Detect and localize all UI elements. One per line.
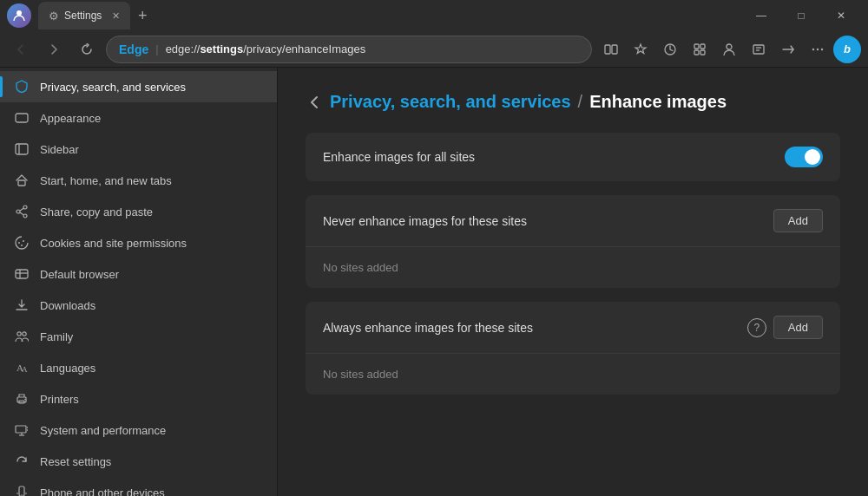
more-button[interactable] xyxy=(804,36,832,63)
sidebar-item-start-home[interactable]: Start, home, and new tabs xyxy=(0,165,277,196)
sidebar-item-printers-label: Printers xyxy=(40,393,79,406)
url-suffix: /privacy/enhanceImages xyxy=(243,42,365,55)
always-enhance-add-button[interactable]: Add xyxy=(773,316,823,339)
window-controls: — □ ✕ xyxy=(741,0,861,31)
svg-text:A: A xyxy=(22,365,28,374)
settings-tab[interactable]: ⚙ Settings ✕ xyxy=(38,2,130,29)
svg-rect-9 xyxy=(753,45,764,54)
sidebar-item-share-label: Share, copy and paste xyxy=(40,206,153,219)
sidebar-item-printers[interactable]: Printers xyxy=(0,383,277,414)
sidebar-icon-icon xyxy=(14,141,30,157)
sidebar-item-privacy[interactable]: Privacy, search, and services xyxy=(0,71,277,102)
sidebar-item-privacy-label: Privacy, search, and services xyxy=(40,81,186,94)
enhance-images-toggle[interactable] xyxy=(785,147,823,167)
sidebar-item-start-label: Start, home, and new tabs xyxy=(40,174,172,187)
split-screen-icon[interactable] xyxy=(597,36,625,63)
close-tab-button[interactable]: ✕ xyxy=(112,10,120,22)
always-enhance-help-button[interactable]: ? xyxy=(747,318,766,337)
content-area: Privacy, search, and services / Enhance … xyxy=(278,68,868,496)
addressbar: Edge | edge://settings/privacy/enhanceIm… xyxy=(0,31,868,68)
sidebar-item-languages[interactable]: AA Languages xyxy=(0,352,277,383)
share-icon[interactable] xyxy=(774,36,802,63)
enhance-images-label: Enhance images for all sites xyxy=(323,150,774,164)
settings-tab-label: Settings xyxy=(64,10,102,22)
settings-tab-icon: ⚙ xyxy=(49,10,59,23)
new-tab-button[interactable]: + xyxy=(130,3,155,28)
start-home-icon xyxy=(14,173,30,188)
svg-point-21 xyxy=(16,210,20,213)
always-enhance-header: Always enhance images for these sites ? … xyxy=(306,302,840,354)
minimize-button[interactable]: — xyxy=(741,0,781,31)
svg-point-13 xyxy=(817,48,819,49)
svg-rect-5 xyxy=(700,44,705,49)
svg-point-19 xyxy=(23,206,27,209)
sidebar-item-downloads[interactable]: Downloads xyxy=(0,290,277,321)
edge-logo: Edge xyxy=(119,42,148,56)
breadcrumb-link[interactable]: Privacy, search, and services xyxy=(330,92,571,112)
sidebar-item-sidebar[interactable]: Sidebar xyxy=(0,134,277,165)
family-icon xyxy=(14,329,30,344)
system-icon xyxy=(14,422,30,438)
back-button[interactable] xyxy=(7,36,35,63)
bing-copilot-button[interactable]: b xyxy=(833,36,861,63)
sidebar-item-reset[interactable]: Reset settings xyxy=(0,446,277,477)
address-bar[interactable]: Edge | edge://settings/privacy/enhanceIm… xyxy=(106,36,592,63)
toolbar-icons: b xyxy=(597,36,861,63)
svg-point-32 xyxy=(23,332,26,336)
favorites-icon[interactable] xyxy=(627,36,654,63)
profile-avatar[interactable] xyxy=(7,3,31,28)
collections-icon[interactable] xyxy=(686,36,713,63)
forward-button[interactable] xyxy=(40,36,68,63)
svg-rect-16 xyxy=(16,144,28,154)
default-browser-icon xyxy=(14,266,30,282)
svg-point-0 xyxy=(16,10,22,16)
svg-rect-38 xyxy=(16,426,26,433)
breadcrumb-current: Enhance images xyxy=(589,92,727,112)
enhance-images-row: Enhance images for all sites xyxy=(306,133,840,181)
close-button[interactable]: ✕ xyxy=(821,0,861,31)
svg-rect-15 xyxy=(16,114,28,122)
maximize-button[interactable]: □ xyxy=(781,0,821,31)
svg-rect-27 xyxy=(16,270,28,278)
sidebar-item-cookies-label: Cookies and site permissions xyxy=(40,237,187,250)
downloads-icon xyxy=(14,297,30,313)
sidebar-item-sidebar-label: Sidebar xyxy=(40,143,79,156)
sidebar-item-system-label: System and performance xyxy=(40,424,166,437)
svg-point-44 xyxy=(21,494,22,495)
sidebar-item-appearance[interactable]: Appearance xyxy=(0,102,277,134)
read-view-icon[interactable] xyxy=(745,36,773,63)
browser-essentials-icon[interactable] xyxy=(656,36,684,63)
enhance-images-toggle-card: Enhance images for all sites xyxy=(306,133,840,181)
sidebar-item-family[interactable]: Family xyxy=(0,321,277,352)
privacy-icon xyxy=(14,79,30,95)
sidebar-item-languages-label: Languages xyxy=(40,362,95,375)
svg-point-25 xyxy=(21,245,23,246)
svg-point-26 xyxy=(23,240,24,242)
never-enhance-add-button[interactable]: Add xyxy=(773,209,823,232)
profile-icon[interactable] xyxy=(715,36,743,63)
sidebar-item-default-browser[interactable]: Default browser xyxy=(0,258,277,290)
svg-rect-2 xyxy=(612,45,617,54)
phone-icon xyxy=(14,485,30,496)
sidebar-item-phone[interactable]: Phone and other devices xyxy=(0,477,277,496)
url-bold: settings xyxy=(200,42,243,55)
appearance-icon xyxy=(14,110,30,126)
refresh-button[interactable] xyxy=(73,36,101,63)
sidebar-item-phone-label: Phone and other devices xyxy=(40,486,165,497)
never-enhance-title: Never enhance images for these sites xyxy=(323,214,773,228)
sidebar: Privacy, search, and services Appearance… xyxy=(0,68,278,496)
reset-icon xyxy=(14,454,30,469)
cookies-icon xyxy=(14,235,30,251)
breadcrumb-back-button[interactable] xyxy=(306,94,323,111)
sidebar-item-system[interactable]: System and performance xyxy=(0,414,277,446)
svg-point-8 xyxy=(727,44,732,49)
sidebar-item-cookies[interactable]: Cookies and site permissions xyxy=(0,227,277,258)
svg-point-14 xyxy=(821,48,823,49)
titlebar: ⚙ Settings ✕ + — □ ✕ xyxy=(0,0,868,31)
never-enhance-actions: Add xyxy=(773,209,823,232)
sidebar-item-share[interactable]: Share, copy and paste xyxy=(0,196,277,227)
sidebar-item-family-label: Family xyxy=(40,330,73,343)
url-prefix: edge:// xyxy=(166,42,201,55)
svg-rect-18 xyxy=(18,180,25,186)
bing-label: b xyxy=(844,42,851,55)
